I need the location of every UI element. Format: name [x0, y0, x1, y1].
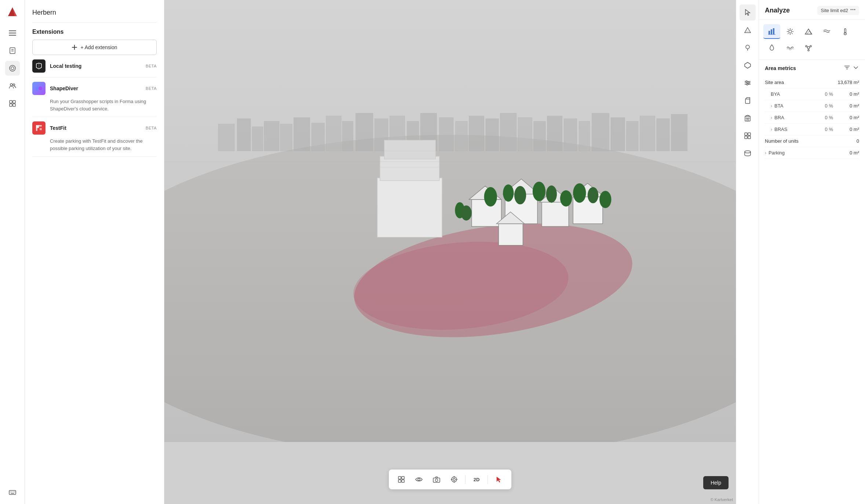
- sun-tab[interactable]: [782, 24, 799, 39]
- right-toolbar: [736, 0, 759, 504]
- stack-tool-button[interactable]: [740, 145, 756, 161]
- site-limit-badge[interactable]: Site limit ed2: [817, 6, 859, 15]
- 3d-box-tool-button[interactable]: [740, 92, 756, 109]
- svg-rect-48: [469, 116, 484, 151]
- metrics-filter-icon[interactable]: [844, 64, 850, 72]
- svg-rect-35: [264, 121, 279, 151]
- testfit-name: TestFit: [50, 125, 141, 131]
- wind-tab[interactable]: [818, 24, 835, 39]
- molecule-tab[interactable]: [800, 40, 817, 55]
- keyboard-icon[interactable]: [5, 485, 20, 500]
- svg-rect-52: [534, 121, 545, 151]
- blocks-tool-button[interactable]: [740, 128, 756, 144]
- svg-rect-54: [564, 118, 577, 151]
- svg-point-111: [748, 82, 749, 84]
- svg-rect-58: [627, 121, 638, 151]
- building-tool-button[interactable]: [740, 110, 756, 126]
- analyze-title: Analyze: [765, 7, 790, 14]
- site-limit-label: Site limit ed2: [821, 8, 848, 13]
- viewport[interactable]: 2D Help © Kartverket: [164, 0, 736, 504]
- shapediver-description: Run your Grasshopper scripts in Forma us…: [50, 98, 157, 112]
- area-metrics-header: Area metrics: [765, 64, 859, 72]
- metric-row-bras[interactable]: › BRAS 0 % 0 m²: [765, 124, 859, 135]
- metrics-expand-icon[interactable]: [853, 64, 859, 72]
- svg-rect-11: [13, 101, 15, 103]
- sliders-tool-button[interactable]: [740, 75, 756, 91]
- svg-point-96: [452, 477, 457, 482]
- temperature-tab[interactable]: [837, 24, 854, 39]
- metric-row-bta[interactable]: › BTA 0 % 0 m²: [765, 100, 859, 112]
- wave-tab[interactable]: [782, 40, 799, 55]
- testfit-badge: BETA: [146, 126, 157, 130]
- tree-tool-button[interactable]: [740, 40, 756, 56]
- grid-view-button[interactable]: [393, 472, 409, 486]
- mountain-tab[interactable]: [800, 24, 817, 39]
- svg-rect-124: [748, 136, 751, 139]
- bar-chart-tab[interactable]: [763, 24, 780, 39]
- svg-rect-92: [402, 480, 404, 482]
- analyze-icon-tabs: [759, 20, 865, 60]
- svg-rect-10: [10, 101, 12, 103]
- svg-rect-41: [356, 113, 373, 151]
- local-testing-name: Local testing: [50, 63, 141, 69]
- svg-rect-115: [745, 116, 750, 121]
- grid-blocks-icon[interactable]: [5, 96, 20, 111]
- area-metrics-section: Area metrics Site area 13,678 m² BYA 0 %: [759, 60, 865, 163]
- 2d-view-button[interactable]: 2D: [468, 472, 485, 486]
- cursor-tool-button[interactable]: [740, 4, 756, 21]
- svg-rect-53: [547, 116, 562, 151]
- bta-val: 0 m²: [839, 103, 859, 109]
- hamburger-menu-icon[interactable]: [5, 26, 20, 40]
- cursor-button[interactable]: [491, 472, 507, 486]
- bra-values: 0 % 0 m²: [820, 115, 859, 120]
- layers-icon[interactable]: [5, 61, 20, 76]
- bya-val: 0 m²: [839, 91, 859, 97]
- svg-rect-130: [771, 29, 772, 34]
- svg-rect-12: [10, 104, 12, 106]
- svg-rect-123: [745, 136, 747, 139]
- testfit-description: Create parking with TestFit and discover…: [50, 138, 157, 152]
- svg-rect-90: [402, 476, 404, 479]
- svg-point-133: [789, 30, 792, 33]
- svg-rect-2: [9, 35, 16, 36]
- svg-marker-102: [745, 28, 751, 33]
- metric-row-bya: BYA 0 % 0 m²: [765, 88, 859, 100]
- metric-row-bra[interactable]: › BRA 0 % 0 m²: [765, 112, 859, 124]
- units-values: 0: [857, 138, 859, 144]
- app-logo[interactable]: [4, 4, 21, 20]
- svg-rect-144: [844, 29, 846, 33]
- metric-row-units: Number of units 0: [765, 135, 859, 147]
- svg-point-85: [599, 191, 611, 208]
- local-testing-badge: BETA: [146, 64, 157, 68]
- svg-point-146: [807, 47, 810, 49]
- polygon-tool-button[interactable]: [740, 57, 756, 73]
- project-name: Herbern: [32, 9, 157, 23]
- svg-point-87: [461, 205, 471, 220]
- units-label: Number of units: [765, 138, 799, 144]
- eye-button[interactable]: [411, 472, 427, 486]
- water-drop-tab[interactable]: [763, 40, 780, 55]
- svg-rect-46: [439, 117, 453, 151]
- target-button[interactable]: [446, 472, 462, 486]
- viewport-toolbar: 2D: [389, 470, 511, 489]
- metric-row-parking[interactable]: › Parking 0 m²: [765, 147, 859, 159]
- book-icon[interactable]: [5, 43, 20, 58]
- svg-point-23: [39, 87, 42, 90]
- help-button[interactable]: Help: [703, 476, 729, 489]
- parking-val: 0 m²: [839, 150, 859, 156]
- svg-rect-117: [748, 118, 749, 119]
- testfit-icon: [32, 121, 45, 135]
- extension-shapediver: ShapeDiver BETA Run your Grasshopper scr…: [32, 77, 157, 117]
- svg-rect-56: [592, 113, 609, 151]
- svg-rect-37: [294, 117, 310, 151]
- site-area-values: 13,678 m²: [837, 80, 859, 85]
- bya-label: BYA: [771, 91, 780, 97]
- svg-rect-129: [769, 31, 770, 34]
- svg-rect-57: [611, 117, 625, 151]
- camera-button[interactable]: [428, 472, 445, 486]
- terrain-tool-button[interactable]: [740, 22, 756, 38]
- add-extension-button[interactable]: + Add extension: [32, 40, 157, 55]
- local-testing-icon: [32, 59, 45, 73]
- svg-marker-106: [745, 62, 751, 68]
- users-icon[interactable]: [5, 78, 20, 93]
